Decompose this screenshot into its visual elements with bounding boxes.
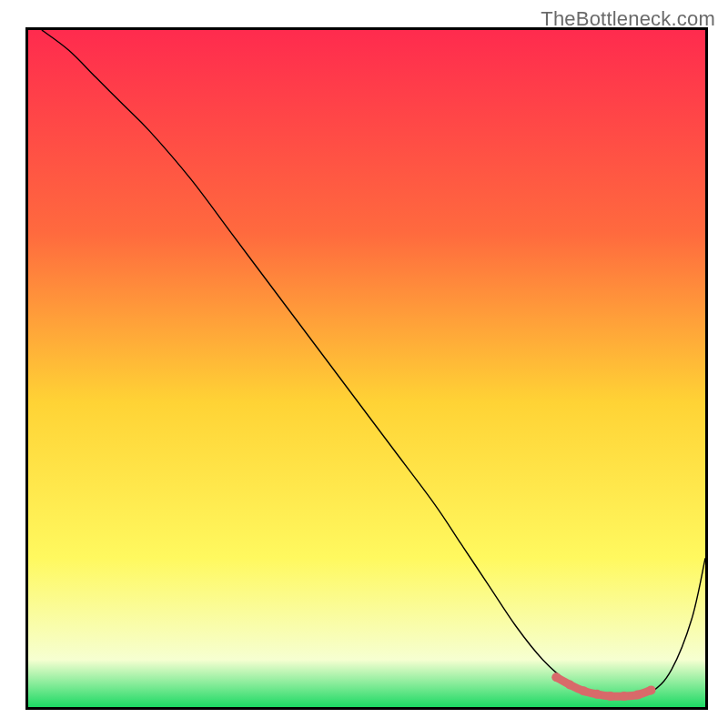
chart-container: TheBottleneck.com [0,0,728,728]
highlight-marker [620,692,629,701]
highlight-marker [579,686,588,695]
plot-frame [25,27,708,710]
highlight-marker [606,692,615,701]
background-gradient [28,30,705,707]
highlight-marker [565,680,574,689]
highlight-marker [633,691,642,700]
highlight-marker [592,690,602,699]
plot-svg [28,30,705,707]
highlight-marker [551,672,561,682]
highlight-marker [646,685,655,694]
